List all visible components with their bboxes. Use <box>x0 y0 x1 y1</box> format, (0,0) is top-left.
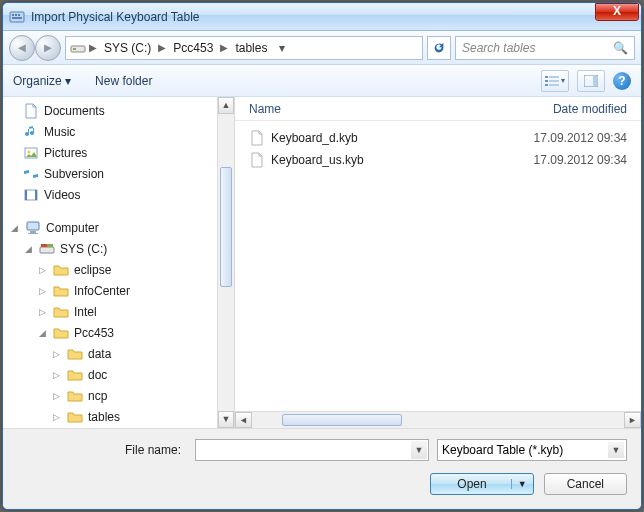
svg-rect-10 <box>549 80 559 82</box>
file-name: Keyboard_us.kyb <box>271 153 364 167</box>
svg-rect-6 <box>73 48 76 50</box>
footer: File name: ▼ Keyboard Table (*.kyb) ▼ Op… <box>3 428 641 509</box>
file-row[interactable]: Keyboard_d.kyb 17.09.2012 09:34 <box>249 127 627 149</box>
column-headers[interactable]: Name Date modified <box>235 97 641 121</box>
file-icon <box>249 152 265 168</box>
folder-icon <box>67 346 83 362</box>
view-list-icon <box>545 75 559 87</box>
tree-item-folder[interactable]: ▷tables <box>9 407 234 427</box>
search-box[interactable]: Search tables 🔍 <box>455 36 635 60</box>
svg-rect-2 <box>15 14 17 16</box>
filename-dropdown[interactable]: ▼ <box>411 441 427 459</box>
preview-pane-button[interactable] <box>577 70 605 92</box>
folder-icon <box>67 388 83 404</box>
file-date: 17.09.2012 09:34 <box>534 131 627 145</box>
tree-twisty-icon[interactable]: ◢ <box>37 328 48 338</box>
folder-icon <box>53 304 69 320</box>
tree-twisty-icon[interactable]: ▷ <box>51 349 62 359</box>
svg-rect-25 <box>47 244 53 247</box>
file-icon <box>249 130 265 146</box>
nav-tree: Documents Music Pictures Subversion Vide… <box>3 97 235 428</box>
svg-rect-12 <box>549 84 559 86</box>
filetype-filter[interactable]: Keyboard Table (*.kyb) ▼ <box>437 439 627 461</box>
tree-item-subversion[interactable]: Subversion <box>9 164 234 184</box>
forward-button[interactable]: ► <box>35 35 61 61</box>
open-split-icon[interactable]: ▼ <box>511 479 527 489</box>
svg-rect-14 <box>593 76 597 86</box>
filename-label: File name: <box>17 443 187 457</box>
tree-item-computer[interactable]: ◢Computer <box>9 218 234 238</box>
scroll-right-icon[interactable]: ► <box>624 412 641 428</box>
back-button[interactable]: ◄ <box>9 35 35 61</box>
scroll-left-icon[interactable]: ◄ <box>235 412 252 428</box>
breadcrumb-seg[interactable]: Pcc453 <box>167 37 219 59</box>
svg-rect-7 <box>545 76 548 78</box>
tree-item-folder[interactable]: ▷data <box>9 344 234 364</box>
tree-item-folder[interactable]: ▷InfoCenter <box>9 281 234 301</box>
cancel-button[interactable]: Cancel <box>544 473 627 495</box>
help-button[interactable]: ? <box>613 72 631 90</box>
tree-item-folder[interactable]: ▷Intel <box>9 302 234 322</box>
svg-rect-19 <box>35 190 37 200</box>
svg-rect-9 <box>545 80 548 82</box>
toolbar: Organize ▾ New folder ▾ ? <box>3 65 641 97</box>
tree-item-folder[interactable]: ◢Pcc453 <box>9 323 234 343</box>
refresh-button[interactable] <box>427 36 451 60</box>
tree-twisty-icon[interactable]: ◢ <box>9 223 20 233</box>
search-icon: 🔍 <box>613 41 628 55</box>
tree-item-folder[interactable]: ▷doc <box>9 365 234 385</box>
svg-rect-20 <box>27 222 39 230</box>
titlebar[interactable]: Import Physical Keyboard Table X <box>3 3 641 31</box>
tree-twisty-icon[interactable]: ▷ <box>51 391 62 401</box>
col-name[interactable]: Name <box>249 102 553 116</box>
organize-button[interactable]: Organize ▾ <box>13 74 71 88</box>
nav-row: ◄ ► ▶ SYS (C:) ▶ Pcc453 ▶ tables ▾ Searc… <box>3 31 641 65</box>
open-button[interactable]: Open ▼ <box>430 473 533 495</box>
scroll-down-icon[interactable]: ▼ <box>218 411 234 428</box>
svg-rect-3 <box>18 14 20 16</box>
tree-item-music[interactable]: Music <box>9 122 234 142</box>
drive-icon <box>70 40 86 56</box>
file-row[interactable]: Keyboard_us.kyb 17.09.2012 09:34 <box>249 149 627 171</box>
filename-input[interactable] <box>195 439 429 461</box>
hscroll-thumb[interactable] <box>282 414 402 426</box>
window-title: Import Physical Keyboard Table <box>31 10 595 24</box>
breadcrumb-dropdown[interactable]: ▾ <box>273 41 291 55</box>
tree-twisty-icon[interactable]: ▷ <box>37 286 48 296</box>
tree-item-folder[interactable]: ▷eclipse <box>9 260 234 280</box>
chevron-down-icon[interactable]: ▼ <box>608 442 624 458</box>
tree-twisty-icon[interactable]: ▷ <box>51 370 62 380</box>
tree-item-documents[interactable]: Documents <box>9 101 234 121</box>
svg-rect-18 <box>25 190 27 200</box>
tree-item-drive[interactable]: ◢SYS (C:) <box>9 239 234 259</box>
svg-rect-23 <box>40 247 54 253</box>
tree-twisty-icon[interactable]: ◢ <box>23 244 34 254</box>
folder-icon <box>53 283 69 299</box>
breadcrumb-seg[interactable]: SYS (C:) <box>98 37 157 59</box>
file-name: Keyboard_d.kyb <box>271 131 358 145</box>
tree-twisty-icon[interactable]: ▷ <box>37 265 48 275</box>
tree-item-pictures[interactable]: Pictures <box>9 143 234 163</box>
folder-icon <box>53 262 69 278</box>
file-hscrollbar[interactable]: ◄ ► <box>235 411 641 428</box>
view-mode-button[interactable]: ▾ <box>541 70 569 92</box>
tree-item-videos[interactable]: Videos <box>9 185 234 205</box>
tree-scrollbar[interactable]: ▲ ▼ <box>217 97 234 428</box>
breadcrumb-seg[interactable]: tables <box>229 37 273 59</box>
scroll-up-icon[interactable]: ▲ <box>218 97 234 114</box>
tree-twisty-icon[interactable]: ▷ <box>51 412 62 422</box>
svg-point-16 <box>28 151 31 154</box>
svg-rect-24 <box>41 244 47 247</box>
scroll-thumb[interactable] <box>220 167 232 287</box>
col-date[interactable]: Date modified <box>553 102 627 116</box>
preview-icon <box>584 75 598 87</box>
tree-twisty-icon[interactable]: ▷ <box>37 307 48 317</box>
close-button[interactable]: X <box>595 3 639 21</box>
folder-icon <box>67 367 83 383</box>
svg-rect-21 <box>30 231 36 233</box>
new-folder-button[interactable]: New folder <box>95 74 152 88</box>
file-pane: Name Date modified Keyboard_d.kyb 17.09.… <box>235 97 641 428</box>
app-icon <box>9 9 25 25</box>
breadcrumb-bar[interactable]: ▶ SYS (C:) ▶ Pcc453 ▶ tables ▾ <box>65 36 423 60</box>
tree-item-folder[interactable]: ▷ncp <box>9 386 234 406</box>
